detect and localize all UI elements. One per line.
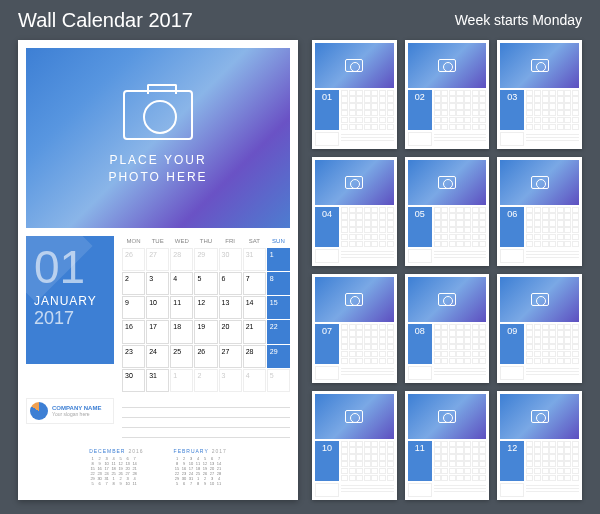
day-cell: 19 <box>194 320 217 343</box>
camera-icon <box>438 176 456 189</box>
next-month-mini: FEBRUARY2017 123456789101112131415161718… <box>174 448 227 486</box>
day-cell: 18 <box>170 320 193 343</box>
day-cell: 27 <box>219 345 242 368</box>
thumb-photo <box>315 277 394 322</box>
day-cell: 5 <box>267 369 290 392</box>
company-block: COMPANY NAME Your slogan here <box>26 398 114 438</box>
camera-icon <box>438 59 456 72</box>
thumb-photo <box>408 160 487 205</box>
day-cell: 9 <box>122 296 145 319</box>
day-header: Sat <box>243 236 266 246</box>
month-name: JANUARY <box>34 294 106 308</box>
day-header: Thu <box>194 236 217 246</box>
month-number: 01 <box>34 244 106 290</box>
thumb-month-num: 08 <box>408 324 432 364</box>
camera-icon <box>345 410 363 423</box>
thumbnail-month: 09 <box>497 274 582 383</box>
company-logo-icon <box>30 402 48 420</box>
thumb-grid <box>526 324 579 364</box>
day-cell: 3 <box>146 272 169 295</box>
thumb-grid <box>434 207 487 247</box>
thumbnail-month: 11 <box>405 391 490 500</box>
day-cell: 10 <box>146 296 169 319</box>
thumbnail-month: 05 <box>405 157 490 266</box>
day-cell: 15 <box>267 296 290 319</box>
thumb-photo <box>500 43 579 88</box>
camera-icon <box>531 293 549 306</box>
thumb-photo <box>408 43 487 88</box>
thumb-grid <box>526 207 579 247</box>
thumb-grid <box>434 441 487 481</box>
thumbnail-month: 12 <box>497 391 582 500</box>
day-cell: 20 <box>219 320 242 343</box>
info-row: COMPANY NAME Your slogan here <box>18 392 298 444</box>
thumb-month-num: 11 <box>408 441 432 481</box>
day-cell: 11 <box>170 296 193 319</box>
day-cell: 22 <box>267 320 290 343</box>
thumb-photo <box>500 277 579 322</box>
camera-icon <box>345 293 363 306</box>
thumbnail-month: 07 <box>312 274 397 383</box>
day-cell: 1 <box>170 369 193 392</box>
camera-icon <box>438 293 456 306</box>
thumb-month-num: 03 <box>500 90 524 130</box>
thumb-month-num: 04 <box>315 207 339 247</box>
day-header: Wed <box>170 236 193 246</box>
thumbnail-month: 03 <box>497 40 582 149</box>
day-cell: 28 <box>170 248 193 271</box>
day-cell: 30 <box>122 369 145 392</box>
day-cell: 2 <box>194 369 217 392</box>
day-cell: 31 <box>146 369 169 392</box>
thumb-month-num: 12 <box>500 441 524 481</box>
notes-lines <box>122 398 290 438</box>
day-cell: 16 <box>122 320 145 343</box>
day-cell: 25 <box>170 345 193 368</box>
thumb-month-num: 07 <box>315 324 339 364</box>
thumb-grid <box>434 90 487 130</box>
day-cell: 8 <box>267 272 290 295</box>
photo-placeholder: PLACE YOURPHOTO HERE <box>26 48 290 228</box>
day-cell: 4 <box>170 272 193 295</box>
day-cell: 17 <box>146 320 169 343</box>
thumb-photo <box>500 394 579 439</box>
day-cell: 1 <box>267 248 290 271</box>
day-cell: 28 <box>243 345 266 368</box>
thumb-grid <box>341 441 394 481</box>
thumb-photo <box>408 277 487 322</box>
day-cell: 29 <box>194 248 217 271</box>
month-badge: 01 JANUARY 2017 <box>26 236 114 364</box>
calendar-grid-wrap: MonTueWedThuFriSatSun 262728293031123456… <box>122 236 290 392</box>
thumbnail-month: 06 <box>497 157 582 266</box>
thumb-month-num: 06 <box>500 207 524 247</box>
thumb-grid <box>341 324 394 364</box>
thumb-month-num: 02 <box>408 90 432 130</box>
thumb-month-num: 01 <box>315 90 339 130</box>
page-subtitle: Week starts Monday <box>455 12 582 28</box>
prev-month-mini: DECEMBER2016 123456789101112131415161718… <box>89 448 143 486</box>
day-cell: 30 <box>219 248 242 271</box>
day-cell: 23 <box>122 345 145 368</box>
thumb-grid <box>341 90 394 130</box>
camera-icon <box>531 410 549 423</box>
thumbnail-month: 02 <box>405 40 490 149</box>
month-year: 2017 <box>34 308 106 329</box>
day-cell: 24 <box>146 345 169 368</box>
calendar-main-page: PLACE YOURPHOTO HERE 01 JANUARY 2017 Mon… <box>18 40 298 500</box>
camera-icon <box>531 176 549 189</box>
day-cell: 26 <box>122 248 145 271</box>
day-cell: 27 <box>146 248 169 271</box>
company-name: COMPANY NAME <box>52 405 101 411</box>
day-header: Fri <box>219 236 242 246</box>
day-headers: MonTueWedThuFriSatSun <box>122 236 290 246</box>
day-header: Mon <box>122 236 145 246</box>
day-header: Sun <box>267 236 290 246</box>
day-cell: 2 <box>122 272 145 295</box>
camera-icon <box>345 59 363 72</box>
day-cell: 12 <box>194 296 217 319</box>
day-cell: 3 <box>219 369 242 392</box>
camera-icon <box>438 410 456 423</box>
thumb-photo <box>315 394 394 439</box>
page-title: Wall Calendar 2017 <box>18 9 193 32</box>
thumb-photo <box>315 160 394 205</box>
day-cell: 6 <box>219 272 242 295</box>
